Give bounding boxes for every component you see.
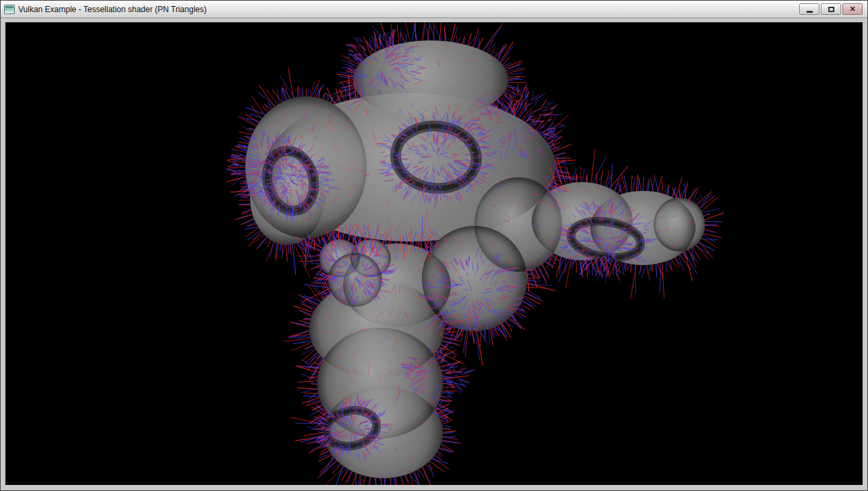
maximize-icon	[828, 7, 834, 12]
close-button[interactable]: ✕	[842, 3, 863, 15]
render-viewport[interactable]	[5, 22, 863, 485]
maximize-button[interactable]	[821, 3, 841, 15]
titlebar[interactable]: Vulkan Example - Tessellation shader (PN…	[1, 1, 867, 18]
app-window: Vulkan Example - Tessellation shader (PN…	[0, 0, 868, 491]
window-controls: ✕	[799, 3, 864, 15]
minimize-button[interactable]	[799, 3, 819, 15]
app-icon	[4, 5, 15, 14]
window-frame	[1, 18, 867, 490]
close-icon: ✕	[849, 5, 855, 13]
window-title: Vulkan Example - Tessellation shader (PN…	[18, 5, 206, 14]
minimize-icon	[807, 11, 813, 13]
